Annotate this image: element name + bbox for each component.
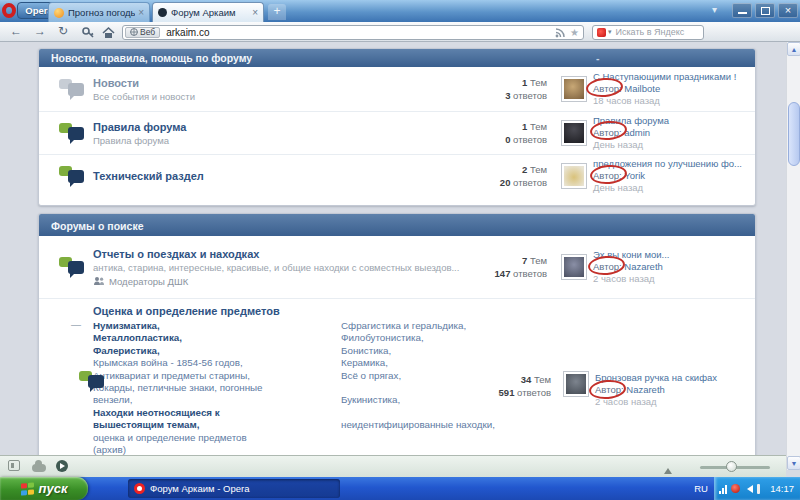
url-text[interactable]: arkaim.co	[166, 27, 555, 38]
subforum-link[interactable]: Фалеристика,	[93, 345, 341, 357]
bookmark-star-icon[interactable]: ★	[570, 27, 579, 38]
subforum-link[interactable]: Керамика,	[341, 357, 493, 369]
tab-forum-arkaim[interactable]: Форум Аркаим ×	[152, 2, 264, 22]
author-link[interactable]: admin	[624, 127, 650, 138]
view-mode-icon[interactable]	[664, 464, 672, 474]
forum-row-news[interactable]: Новости Все события и новости 1 Тем 3 от…	[39, 67, 755, 111]
subforum-link[interactable]: Бонистика,	[341, 345, 493, 357]
avatar[interactable]	[561, 163, 587, 189]
category-header[interactable]: Новости, правила, помощь по форуму -	[39, 49, 755, 67]
forum-row-tech[interactable]: Технический раздел 2 Тем 20 ответов пред…	[39, 154, 755, 197]
forum-row-rules[interactable]: Правила форума Правила форума 1 Тем 0 от…	[39, 111, 755, 154]
windows-logo-icon	[21, 482, 34, 495]
address-bar[interactable]: Веб arkaim.co ★	[122, 25, 584, 40]
forum-row-appraisal[interactable]: — Оценка и определение предметов Нумизма…	[39, 298, 755, 468]
minimize-button[interactable]	[732, 3, 752, 18]
new-tab-button[interactable]: +	[268, 4, 286, 20]
taskbar-task-opera[interactable]: Форум Аркаим - Opera	[128, 479, 340, 498]
subforum-link[interactable]: вензели,	[93, 394, 341, 406]
subforum-link[interactable]: вышестоящим темам,	[93, 419, 341, 431]
opera-link-cloud-icon[interactable]	[32, 464, 46, 472]
forum-title-link[interactable]: Правила форума	[93, 121, 467, 133]
search-dropdown-icon[interactable]: ▾	[608, 28, 612, 36]
subforum-link[interactable]: Крымская война - 1854-56 годов,	[93, 357, 341, 369]
forum-description: Все события и новости	[93, 91, 467, 102]
chevron-down-icon[interactable]: ▾	[712, 4, 717, 15]
avatar[interactable]	[563, 371, 589, 397]
subforum-link[interactable]: Нумизматика,	[93, 320, 341, 332]
scrollbar-thumb[interactable]	[788, 102, 800, 166]
scroll-down-icon[interactable]: ▼	[787, 456, 800, 470]
avatar[interactable]	[561, 76, 587, 102]
subforum-link[interactable]: Антиквариат и предметы старины,	[93, 370, 341, 382]
tab-title: Форум Аркаим	[171, 7, 249, 18]
forum-title-link[interactable]: Отчеты о поездках и находках	[93, 248, 467, 260]
tab-close-icon[interactable]: ×	[252, 7, 258, 18]
tab-close-icon[interactable]: ×	[138, 7, 144, 18]
last-post-time: 2 часов назад	[595, 396, 751, 408]
avatar[interactable]	[561, 120, 587, 146]
last-post-time: 18 часов назад	[593, 95, 749, 107]
forward-icon[interactable]: →	[34, 24, 46, 38]
avatar[interactable]	[561, 254, 587, 280]
subforum-link[interactable]: неидентифицированные находки,	[341, 419, 495, 431]
last-post-time: 2 часов назад	[593, 273, 749, 285]
close-button[interactable]: ×	[778, 3, 798, 18]
subforum-link[interactable]: Находки неотносящиеся к	[93, 407, 341, 419]
forum-stats: 2 Тем 20 ответов	[467, 163, 547, 189]
volume-icon[interactable]	[743, 485, 753, 493]
collapse-icon[interactable]: -	[596, 49, 600, 67]
tab-weather[interactable]: Прогноз погоды: Харьк... ×	[48, 2, 150, 22]
tray-clock[interactable]: 14:17	[770, 483, 794, 494]
forum-category-search: Форумы о поиске Отчеты о поездках и нахо…	[38, 213, 756, 470]
yandex-icon	[597, 28, 606, 37]
home-icon[interactable]	[102, 26, 115, 42]
subforum-link[interactable]: оценка и определение предметов	[93, 432, 341, 444]
globe-icon	[130, 28, 138, 36]
forum-stats: 1 Тем 3 ответов	[467, 76, 547, 102]
forum-title-link[interactable]: Новости	[93, 77, 467, 89]
network-signal-icon[interactable]	[719, 484, 728, 494]
people-icon	[93, 276, 105, 286]
opera-turbo-icon[interactable]	[56, 460, 68, 472]
reload-icon[interactable]: ↻	[58, 24, 68, 38]
search-placeholder: Искать в Яндекс	[616, 27, 685, 37]
forum-row-reports[interactable]: Отчеты о поездках и находках антика, ста…	[39, 236, 755, 298]
subforum-link[interactable]: Филобутонистика,	[341, 332, 493, 344]
author-link[interactable]: Nazareth	[624, 261, 663, 272]
forum-title-link[interactable]: Технический раздел	[93, 170, 467, 182]
security-badge[interactable]: Веб	[125, 27, 160, 38]
scroll-up-icon[interactable]: ▲	[787, 42, 800, 56]
category-header[interactable]: Форумы о поиске	[39, 214, 755, 236]
forum-category-news: Новости, правила, помощь по форуму - Нов…	[38, 48, 756, 206]
windows-taskbar: пуск Форум Аркаим - Opera RU 14:17	[0, 477, 800, 500]
forum-description: Правила форума	[93, 135, 467, 146]
maximize-button[interactable]	[755, 3, 775, 18]
author-link[interactable]: Yorik	[624, 170, 645, 181]
vertical-scrollbar[interactable]: ▲ ▼	[786, 42, 800, 470]
key-icon[interactable]	[82, 26, 95, 42]
author-link[interactable]: Nazareth	[626, 384, 665, 395]
opera-logo-icon	[2, 3, 16, 18]
rss-icon[interactable]	[555, 24, 565, 42]
forum-unread-icon	[59, 166, 85, 186]
forum-title-link[interactable]: Оценка и определение предметов	[93, 305, 280, 317]
author-link[interactable]: Mailbote	[624, 83, 660, 94]
tab-bar: Opera Прогноз погоды: Харьк... × Форум А…	[0, 0, 800, 22]
subforum-link[interactable]: Кокарды, петличные знаки, погонные	[93, 382, 341, 394]
search-field[interactable]: ▾ Искать в Яндекс	[592, 25, 704, 40]
panels-toggle-icon[interactable]	[8, 460, 20, 471]
zoom-slider-handle[interactable]	[726, 461, 737, 472]
antivirus-tray-icon[interactable]	[731, 484, 740, 493]
forum-description: антика, старина, интересные, красивые, и…	[93, 262, 467, 273]
forum-favicon	[158, 8, 167, 17]
tab-title: Прогноз погоды: Харьк...	[68, 7, 135, 18]
back-icon[interactable]: ←	[10, 24, 22, 38]
subforum-link[interactable]	[341, 407, 493, 419]
start-button[interactable]: пуск	[0, 477, 88, 500]
subforum-link[interactable]: Металлопластика,	[93, 332, 341, 344]
language-indicator[interactable]: RU	[688, 477, 714, 500]
power-plug-icon[interactable]	[757, 484, 760, 494]
last-post-time: День назад	[593, 139, 749, 151]
subforum-link[interactable]: Сфрагистика и геральдика,	[341, 320, 493, 332]
